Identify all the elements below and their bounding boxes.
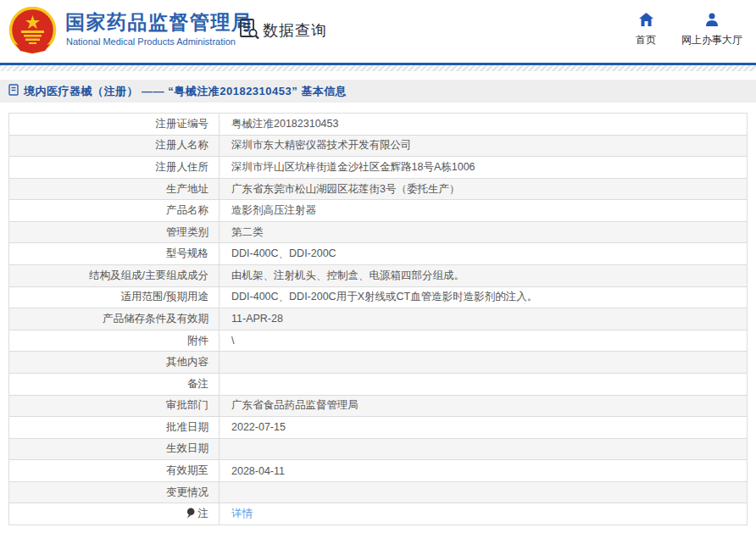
detail-link[interactable]: 详情 (231, 507, 253, 521)
row-label: 审批部门 (9, 396, 220, 417)
row-label: 注册证编号 (9, 114, 220, 135)
table-row: 注详情 (9, 503, 747, 525)
row-label: 结构及组成/主要组成成分 (9, 265, 220, 286)
row-label: 备注 (9, 374, 220, 395)
row-value: \ (220, 330, 747, 352)
site-subtitle: National Medical Products Administration (66, 36, 236, 47)
page-title: 境内医疗器械（注册） —— “粤械注准20182310453” 基本信息 (24, 84, 347, 99)
row-label: 注册人名称 (9, 136, 220, 157)
national-emblem-logo[interactable] (8, 7, 57, 55)
data-query-label: 数据查询 (263, 20, 327, 41)
nav-home-label: 首页 (636, 33, 656, 47)
table-row: 注册证编号粤械注准20182310453 (9, 114, 747, 136)
row-value (220, 439, 747, 460)
table-row: 备注 (9, 374, 747, 396)
table-row: 附件\ (9, 330, 747, 353)
row-value: DDI-400C、DDI-200C (220, 243, 747, 264)
table-row: 生效日期 (9, 439, 747, 461)
table-row: 结构及组成/主要组成成分由机架、注射机头、控制盒、电源箱四部分组成。 (9, 265, 747, 287)
table-row: 产品储存条件及有效期11-APR-28 (9, 308, 747, 330)
row-value: 第二类 (220, 222, 747, 243)
row-label: 型号规格 (9, 243, 220, 264)
header-nav: 首页 网上办事大厅 (636, 13, 742, 47)
row-value: 深圳市东大精密仪器技术开发有限公司 (220, 136, 747, 157)
site-title: 国家药品监督管理局 (65, 9, 253, 36)
tab-data-query[interactable]: 数据查询 (239, 18, 327, 43)
row-value: 由机架、注射机头、控制盒、电源箱四部分组成。 (220, 265, 747, 286)
table-row: 有效期至2028-04-11 (9, 460, 747, 482)
document-search-icon (239, 18, 260, 43)
table-row: 型号规格DDI-400C、DDI-200C (9, 243, 747, 265)
table-row: 审批部门广东省食品药品监督管理局 (9, 396, 747, 418)
nav-online-service-hall-label: 网上办事大厅 (681, 33, 742, 47)
page: 国家药品监督管理局 National Medical Products Admi… (0, 0, 756, 533)
table-row: 生产地址广东省东莞市松山湖园区花莲街3号（委托生产） (9, 179, 747, 201)
table-row: 管理类别第二类 (9, 222, 747, 244)
row-label: 产品名称 (9, 200, 220, 221)
row-label: 变更情况 (9, 482, 220, 503)
table-row: 注册人名称深圳市东大精密仪器技术开发有限公司 (9, 136, 747, 158)
registration-info-table: 注册证编号粤械注准20182310453注册人名称深圳市东大精密仪器技术开发有限… (8, 113, 748, 525)
row-label: 产品储存条件及有效期 (9, 308, 220, 330)
note-balloon-icon (186, 508, 196, 521)
document-icon (8, 84, 19, 99)
row-value: 详情 (220, 503, 747, 525)
row-value: 粤械注准20182310453 (220, 114, 747, 135)
row-value: 2022-07-15 (220, 417, 747, 438)
row-value (220, 352, 747, 373)
row-label: 注 (9, 503, 220, 525)
page-title-bar: 境内医疗器械（注册） —— “粤械注准20182310453” 基本信息 (0, 80, 756, 103)
row-label: 批准日期 (9, 417, 220, 438)
home-icon (639, 13, 653, 30)
nav-home[interactable]: 首页 (636, 13, 656, 47)
row-value: 广东省东莞市松山湖园区花莲街3号（委托生产） (220, 179, 747, 200)
table-row: 批准日期2022-07-15 (9, 417, 747, 439)
user-icon (705, 13, 719, 30)
row-value: 11-APR-28 (220, 308, 747, 330)
row-label: 适用范围/预期用途 (9, 287, 220, 308)
table-row: 变更情况 (9, 482, 747, 504)
header: 国家药品监督管理局 National Medical Products Admi… (0, 0, 756, 63)
row-label: 有效期至 (9, 460, 220, 481)
row-value (220, 482, 747, 503)
row-label: 生效日期 (9, 439, 220, 460)
row-label: 管理类别 (9, 222, 220, 243)
table-row: 适用范围/预期用途DDI-400C、DDI-200C用于X射线或CT血管造影时造… (9, 287, 747, 309)
hatch-stripe-band (0, 65, 756, 71)
table-row: 其他内容 (9, 352, 747, 374)
row-value: 深圳市坪山区坑梓街道金沙社区金辉路18号A栋1006 (220, 157, 747, 178)
row-value: 广东省食品药品监督管理局 (220, 396, 747, 417)
nav-online-service-hall[interactable]: 网上办事大厅 (681, 13, 742, 47)
row-value: 2028-04-11 (220, 460, 747, 481)
row-label: 其他内容 (9, 352, 220, 373)
row-label: 生产地址 (9, 179, 220, 200)
table-row: 注册人住所深圳市坪山区坑梓街道金沙社区金辉路18号A栋1006 (9, 157, 747, 179)
table-row: 产品名称造影剂高压注射器 (9, 200, 747, 222)
row-label: 注册人住所 (9, 157, 220, 178)
row-label: 附件 (9, 330, 220, 352)
row-value (220, 374, 747, 395)
row-value: DDI-400C、DDI-200C用于X射线或CT血管造影时造影剂的注入。 (220, 287, 747, 308)
row-value: 造影剂高压注射器 (220, 200, 747, 221)
